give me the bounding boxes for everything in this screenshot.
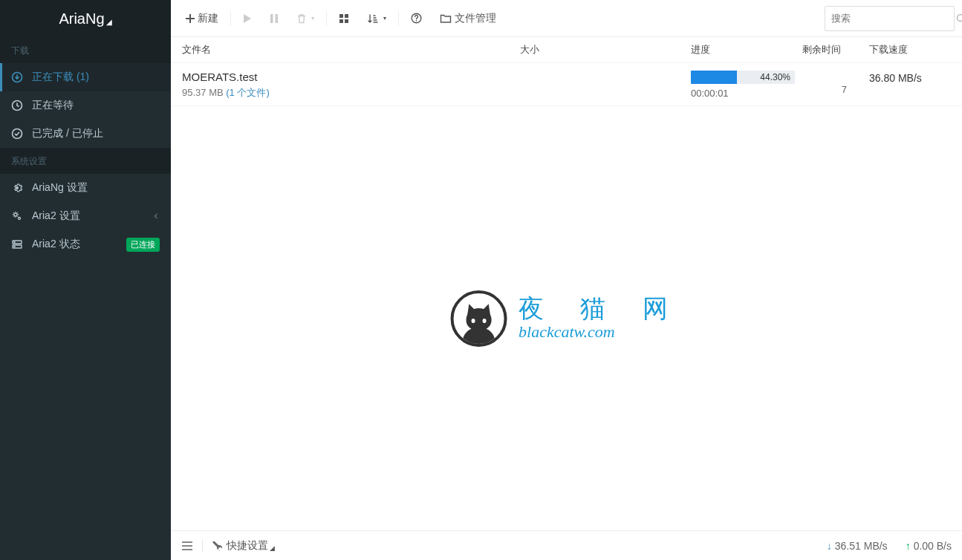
caret-down-icon: ◢ <box>106 18 112 26</box>
caret-down-icon: ▾ <box>383 15 386 22</box>
arrow-down-icon: ↓ <box>827 540 832 552</box>
task-remaining: 7 <box>802 71 854 95</box>
svg-point-8 <box>14 247 15 247</box>
svg-point-7 <box>14 242 15 243</box>
quick-settings-label: 快捷设置 <box>227 539 268 551</box>
app-title-text: AriaNg <box>59 10 104 27</box>
grid-icon <box>339 13 349 24</box>
quick-settings-button[interactable]: 快捷设置◢ <box>227 539 275 553</box>
sidebar-item-label: Aria2 设置 <box>32 209 80 223</box>
column-speed[interactable]: 下载速度 <box>854 43 951 56</box>
footer: 快捷设置◢ ↓36.51 MB/s ↑0.00 B/s <box>171 530 962 560</box>
watermark-cn: 夜 猫 网 <box>519 295 683 322</box>
svg-rect-12 <box>345 14 348 18</box>
search-input[interactable] <box>831 13 956 24</box>
watermark: 夜 猫 网 blackcatw.com <box>450 290 683 347</box>
svg-rect-13 <box>339 19 343 23</box>
new-task-label: 新建 <box>198 12 218 25</box>
content-area: 夜 猫 网 blackcatw.com <box>171 106 962 530</box>
sidebar-item-downloading[interactable]: 正在下载 (1) <box>0 63 171 91</box>
task-row[interactable]: MOERATS.test 95.37 MB (1 个文件) 44.30% 00:… <box>171 63 962 106</box>
toolbar: 新建 ▾ ▾ <box>171 0 962 37</box>
wrench-icon <box>212 541 222 551</box>
task-meta: 95.37 MB (1 个文件) <box>182 86 520 100</box>
sidebar-item-label: 正在等待 <box>32 99 74 112</box>
server-icon <box>11 238 26 250</box>
trash-icon <box>296 13 307 24</box>
download-icon <box>11 71 26 83</box>
help-button[interactable] <box>403 0 432 37</box>
caret-down-icon: ◢ <box>270 544 275 552</box>
connected-badge: 已连接 <box>126 238 160 252</box>
arrow-up-icon: ↑ <box>906 540 911 552</box>
column-filename[interactable]: 文件名 <box>182 43 520 56</box>
view-grid-button[interactable] <box>331 0 360 37</box>
sidebar-item-label: AriaNg 设置 <box>32 181 88 195</box>
progress-bar-fill <box>691 71 737 84</box>
sidebar-item-label: Aria2 状态 <box>32 238 80 251</box>
chevron-left-icon <box>152 212 160 220</box>
sidebar-item-waiting[interactable]: 正在等待 <box>0 91 171 120</box>
search-icon <box>956 13 962 24</box>
footer-download-speed: ↓36.51 MB/s <box>827 540 888 552</box>
svg-point-16 <box>958 14 963 21</box>
sidebar-item-finished[interactable]: 已完成 / 已停止 <box>0 120 171 148</box>
task-name-cell: MOERATS.test 95.37 MB (1 个文件) <box>182 71 520 100</box>
toolbar-separator <box>398 11 399 26</box>
column-progress[interactable]: 进度 <box>691 43 802 56</box>
clock-icon <box>11 100 26 111</box>
sidebar-item-label: 正在下载 (1) <box>32 71 89 84</box>
svg-rect-9 <box>270 14 273 23</box>
plus-icon <box>186 14 195 23</box>
sidebar-item-label: 已完成 / 已停止 <box>32 127 103 140</box>
new-task-button[interactable]: 新建 <box>178 0 226 37</box>
folder-icon <box>440 13 452 24</box>
footer-separator <box>202 539 203 553</box>
menu-toggle-button[interactable] <box>181 541 193 551</box>
task-size: 95.37 MB <box>182 87 224 98</box>
column-remaining[interactable]: 剩余时间 <box>802 43 854 56</box>
footer-upload-speed: ↑0.00 B/s <box>906 540 952 552</box>
help-icon <box>411 13 422 24</box>
sidebar-section-downloads: 下载 <box>0 37 171 63</box>
task-filename: MOERATS.test <box>182 71 520 83</box>
svg-rect-14 <box>345 19 348 23</box>
task-speed: 36.80 MB/s <box>854 71 951 84</box>
file-manager-label: 文件管理 <box>455 12 496 25</box>
gears-icon <box>11 210 26 222</box>
check-circle-icon <box>11 128 26 140</box>
play-icon <box>243 13 252 24</box>
svg-point-3 <box>14 213 17 216</box>
gear-icon <box>11 182 26 194</box>
toolbar-separator <box>326 11 327 26</box>
sidebar-section-system: 系统设置 <box>0 148 171 174</box>
pause-icon <box>270 13 279 24</box>
watermark-logo-icon <box>450 290 507 347</box>
app-title[interactable]: AriaNg◢ <box>0 0 171 37</box>
task-elapsed: 00:00:01 <box>691 88 802 99</box>
task-progress-cell: 44.30% 00:00:01 <box>691 71 802 99</box>
delete-button[interactable]: ▾ <box>289 0 322 37</box>
caret-down-icon: ▾ <box>311 15 314 22</box>
sidebar-item-ariang-settings[interactable]: AriaNg 设置 <box>0 174 171 202</box>
start-button[interactable] <box>235 0 262 37</box>
search-box[interactable] <box>825 6 955 31</box>
progress-bar: 44.30% <box>691 71 795 84</box>
download-speed-value: 36.51 MB/s <box>835 540 888 552</box>
watermark-en: blackcatw.com <box>519 322 683 342</box>
file-manager-button[interactable]: 文件管理 <box>432 0 504 37</box>
sidebar-item-aria2-status[interactable]: Aria2 状态 已连接 <box>0 230 171 258</box>
main-content: 新建 ▾ ▾ <box>171 0 962 560</box>
toolbar-separator <box>230 11 231 26</box>
sidebar: AriaNg◢ 下载 正在下载 (1) 正在等待 已完成 / 已停止 系统设置 <box>0 0 171 560</box>
task-file-count[interactable]: (1 个文件) <box>226 87 270 98</box>
svg-rect-10 <box>276 14 279 23</box>
table-header: 文件名 大小 进度 剩余时间 下载速度 <box>171 37 962 63</box>
pause-button[interactable] <box>262 0 289 37</box>
svg-point-4 <box>19 218 21 220</box>
svg-rect-11 <box>339 14 343 18</box>
sidebar-item-aria2-settings[interactable]: Aria2 设置 <box>0 202 171 230</box>
sort-button[interactable]: ▾ <box>360 0 394 37</box>
column-size[interactable]: 大小 <box>520 43 691 56</box>
progress-percent: 44.30% <box>760 71 790 84</box>
